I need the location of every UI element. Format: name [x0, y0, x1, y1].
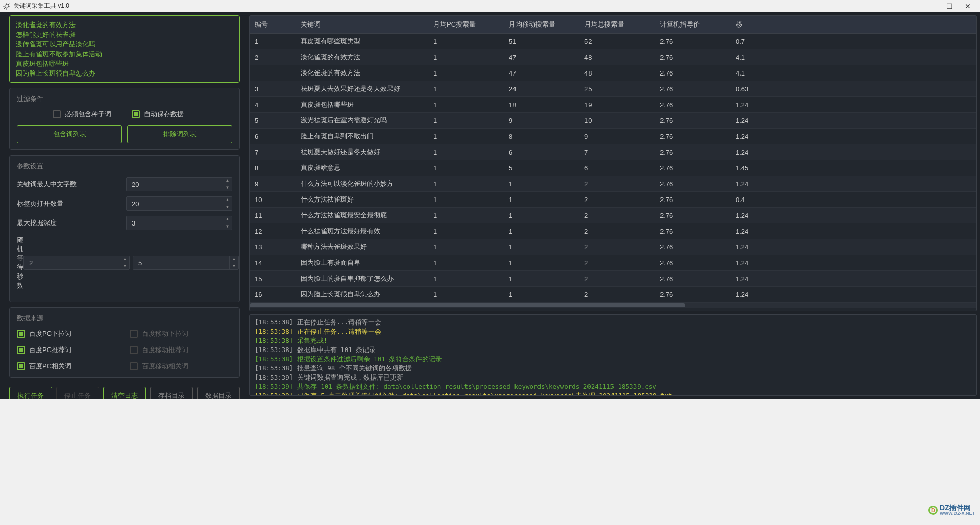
- random-wait-to-input[interactable]: ▲▼: [133, 256, 239, 270]
- spin-down-icon[interactable]: ▼: [120, 263, 129, 270]
- data-dir-button[interactable]: 数据目录: [197, 387, 240, 399]
- exclude-words-button[interactable]: 排除词列表: [127, 125, 232, 143]
- spin-down-icon[interactable]: ▼: [223, 223, 232, 230]
- svg-line-8: [4, 7, 6, 9]
- action-row: 执行任务 停止任务 清空日志 存档目录 数据目录: [9, 383, 240, 399]
- include-words-button[interactable]: 包含词列表: [17, 125, 122, 143]
- spin-up-icon[interactable]: ▲: [223, 196, 232, 204]
- spin-up-icon[interactable]: ▲: [120, 256, 129, 263]
- table-row[interactable]: 13哪种方法去雀斑效果好1122.761.24: [250, 239, 976, 255]
- table-row[interactable]: 9什么方法可以淡化雀斑的小妙方1122.761.24: [250, 176, 976, 192]
- svg-line-6: [8, 7, 10, 9]
- param-input-0[interactable]: ▲▼: [126, 177, 232, 191]
- source-checkbox: 百度移动相关词: [130, 362, 232, 371]
- spin-down-icon[interactable]: ▼: [230, 263, 238, 270]
- table-header[interactable]: 关键词: [296, 16, 428, 34]
- seed-keyword: 淡化雀斑的有效方法: [16, 20, 233, 30]
- stop-button: 停止任务: [56, 387, 99, 399]
- table-row[interactable]: 6脸上有斑自卑到不敢出门1892.761.24: [250, 129, 976, 144]
- seed-keyword: 脸上有雀斑不敢参加集体活动: [16, 49, 233, 59]
- table-header[interactable]: 月均移动搜索量: [504, 16, 579, 34]
- svg-line-5: [4, 3, 6, 5]
- table-row[interactable]: 4真皮斑包括哪些斑118192.761.24: [250, 97, 976, 113]
- param-label: 关键词最大中文字数: [17, 180, 126, 189]
- log-line: [18:53:38] 采集完成!: [255, 336, 971, 345]
- table-row[interactable]: 1真皮斑有哪些斑类型151522.760.7: [250, 34, 976, 49]
- log-line: [18:53:39] 关键词数据查询完成，数据库已更新: [255, 373, 971, 382]
- horizontal-scrollbar[interactable]: [250, 303, 976, 308]
- table-row[interactable]: 14因为脸上有斑而自卑1122.761.24: [250, 255, 976, 271]
- spin-up-icon[interactable]: ▲: [223, 177, 232, 184]
- table-row[interactable]: 11什么方法祛雀斑最安全最彻底1122.761.24: [250, 208, 976, 223]
- table-row[interactable]: 5激光祛斑后在室内需避灯光吗19102.761.24: [250, 113, 976, 129]
- seed-keyword: 遗传雀斑可以用产品淡化吗: [16, 39, 233, 49]
- clear-log-button[interactable]: 清空日志: [103, 387, 146, 399]
- table-header[interactable]: 月均总搜索量: [579, 16, 655, 34]
- param-label: 标签页打开数量: [17, 199, 126, 208]
- window-title: 关键词采集工具 v1.0: [13, 2, 926, 10]
- table-row[interactable]: 8真皮斑啥意思1562.761.45: [250, 160, 976, 176]
- titlebar: 关键词采集工具 v1.0 — ☐ ✕: [0, 0, 980, 12]
- table-header[interactable]: 移: [730, 16, 976, 34]
- filter-section: 过滤条件 必须包含种子词 自动保存数据 包含词列表 排除词列表: [9, 88, 240, 150]
- spin-up-icon[interactable]: ▲: [230, 256, 238, 263]
- table-row[interactable]: 2淡化雀斑的有效方法147482.764.1: [250, 49, 976, 65]
- log-line: [18:53:38] 根据设置条件过滤后剩余 101 条符合条件的记录: [255, 355, 971, 364]
- source-checkbox: 百度移动下拉词: [130, 329, 232, 338]
- param-input-2[interactable]: ▲▼: [126, 216, 232, 230]
- auto-save-checkbox[interactable]: 自动保存数据: [132, 110, 184, 119]
- table-header[interactable]: 月均PC搜索量: [428, 16, 504, 34]
- seed-keyword: 怎样能更好的祛雀斑: [16, 30, 233, 39]
- spin-down-icon[interactable]: ▼: [223, 204, 232, 211]
- must-contain-seed-checkbox[interactable]: 必须包含种子词: [53, 110, 111, 119]
- spin-down-icon[interactable]: ▼: [223, 184, 232, 191]
- svg-line-7: [8, 3, 10, 5]
- params-section: 参数设置 关键词最大中文字数▲▼标签页打开数量▲▼最大挖掘深度▲▼ 随机等待秒数…: [9, 155, 240, 302]
- table-row[interactable]: 16因为脸上长斑很自卑怎么办1122.761.24: [250, 287, 976, 303]
- left-panel: 淡化雀斑的有效方法怎样能更好的祛雀斑遗传雀斑可以用产品淡化吗脸上有雀斑不敢参加集…: [0, 12, 249, 399]
- archive-dir-button[interactable]: 存档目录: [150, 387, 193, 399]
- svg-point-0: [5, 4, 9, 8]
- execute-button[interactable]: 执行任务: [9, 387, 52, 399]
- seed-keyword: 真皮斑包括哪些斑: [16, 59, 233, 68]
- log-line: [18:53:39] 已保存 5 个未处理关键词到文件: data\collec…: [255, 391, 971, 396]
- source-checkbox[interactable]: 百度PC推荐词: [17, 345, 119, 355]
- log-line: [18:53:38] 批量查询 98 个不同关键词的各项数据: [255, 364, 971, 373]
- filter-section-title: 过滤条件: [17, 94, 232, 104]
- right-panel: 编号关键词月均PC搜索量月均移动搜索量月均总搜索量计算机指导价移 1真皮斑有哪些…: [249, 12, 980, 399]
- table-row[interactable]: 淡化雀斑的有效方法147482.764.1: [250, 65, 976, 81]
- table-row[interactable]: 10什么方法祛雀斑好1122.760.4: [250, 192, 976, 208]
- table-header[interactable]: 编号: [250, 16, 296, 34]
- log-panel[interactable]: [18:53:38] 正在停止任务...请稍等一会[18:53:38] 正在停止…: [249, 314, 977, 396]
- source-checkbox[interactable]: 百度PC下拉词: [17, 329, 119, 338]
- app-icon: [3, 3, 10, 10]
- maximize-button[interactable]: ☐: [944, 2, 954, 10]
- spin-up-icon[interactable]: ▲: [223, 216, 232, 223]
- results-table-container: 编号关键词月均PC搜索量月均移动搜索量月均总搜索量计算机指导价移 1真皮斑有哪些…: [249, 15, 977, 311]
- sources-section-title: 数据来源: [17, 314, 232, 323]
- param-label: 最大挖掘深度: [17, 218, 126, 228]
- seed-keyword: 因为脸上长斑很自卑怎么办: [16, 68, 233, 78]
- source-checkbox[interactable]: 百度PC相关词: [17, 362, 119, 371]
- param-input-1[interactable]: ▲▼: [126, 196, 232, 211]
- log-line: [18:53:38] 正在停止任务...请稍等一会: [255, 318, 971, 327]
- params-section-title: 参数设置: [17, 162, 232, 171]
- table-header[interactable]: 计算机指导价: [655, 16, 730, 34]
- log-line: [18:53:38] 正在停止任务...请稍等一会: [255, 327, 971, 336]
- table-row[interactable]: 7祛斑夏天做好还是冬天做好1672.761.24: [250, 144, 976, 160]
- log-line: [18:53:39] 共保存 101 条数据到文件: data\collecti…: [255, 382, 971, 391]
- close-button[interactable]: ✕: [963, 2, 973, 10]
- random-wait-from-input[interactable]: ▲▼: [23, 256, 130, 270]
- seed-keywords-box[interactable]: 淡化雀斑的有效方法怎样能更好的祛雀斑遗传雀斑可以用产品淡化吗脸上有雀斑不敢参加集…: [9, 15, 240, 83]
- results-table[interactable]: 编号关键词月均PC搜索量月均移动搜索量月均总搜索量计算机指导价移 1真皮斑有哪些…: [250, 16, 976, 303]
- sources-section: 数据来源 百度PC下拉词百度移动下拉词百度PC推荐词百度移动推荐词百度PC相关词…: [9, 307, 240, 378]
- random-wait-label: 随机等待秒数: [17, 235, 23, 290]
- log-line: [18:53:38] 数据库中共有 101 条记录: [255, 345, 971, 355]
- table-row[interactable]: 15因为脸上的斑自卑抑郁了怎么办1122.761.24: [250, 271, 976, 287]
- minimize-button[interactable]: —: [926, 2, 936, 10]
- source-checkbox: 百度移动推荐词: [130, 345, 232, 355]
- table-row[interactable]: 12什么祛雀斑方法最好最有效1122.761.24: [250, 223, 976, 239]
- table-row[interactable]: 3祛斑夏天去效果好还是冬天效果好124252.760.63: [250, 81, 976, 97]
